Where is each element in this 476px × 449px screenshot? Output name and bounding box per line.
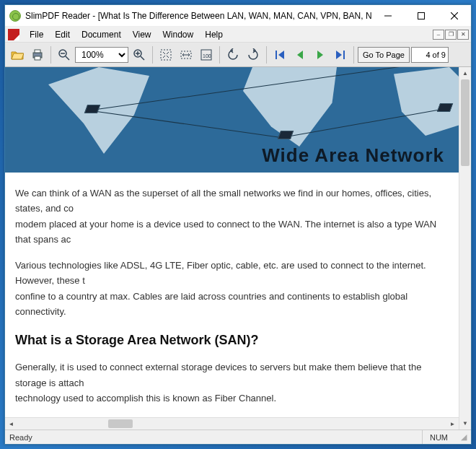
fit-width-button[interactable] [177, 45, 195, 64]
vertical-scrollbar[interactable]: ▲ ▼ [459, 67, 471, 430]
paragraph: We can think of a WAN as the superset of… [15, 186, 449, 248]
svg-line-11 [141, 56, 144, 60]
scroll-left-icon[interactable]: ◄ [5, 418, 17, 430]
next-page-button[interactable] [311, 45, 330, 64]
wan-illustration: Wide Area Network [5, 67, 459, 173]
svg-line-8 [66, 56, 69, 60]
svg-rect-5 [35, 50, 40, 53]
horizontal-scrollbar[interactable]: ◄ ► [5, 417, 459, 430]
zoom-in-button[interactable] [130, 45, 149, 64]
app-icon [9, 10, 21, 22]
svg-rect-14 [161, 50, 171, 60]
menu-file[interactable]: File [24, 27, 49, 43]
document-page[interactable]: Wide Area Network We can think of a WAN … [5, 67, 459, 417]
minimize-button[interactable] [371, 5, 405, 26]
prev-page-button[interactable] [291, 45, 309, 64]
menu-document[interactable]: Document [76, 27, 127, 43]
illustration-title: Wide Area Network [262, 144, 444, 167]
paragraph: Various technologies like ADSL, 4G LTE, … [15, 258, 449, 320]
menu-window[interactable]: Window [157, 27, 200, 43]
document-type-icon [8, 29, 19, 40]
titlebar: SlimPDF Reader - [What Is The Difference… [5, 5, 471, 27]
mdi-minimize-button[interactable]: – [433, 30, 444, 40]
rotate-cw-button[interactable] [244, 45, 263, 64]
svg-rect-19 [343, 51, 345, 59]
fit-page-button[interactable] [157, 45, 175, 64]
scroll-down-icon[interactable]: ▼ [459, 417, 471, 430]
app-window: SlimPDF Reader - [What Is The Difference… [4, 4, 472, 445]
mdi-restore-button[interactable]: ❐ [445, 30, 457, 40]
menu-view[interactable]: View [127, 27, 157, 43]
resize-grip-icon[interactable]: ◢ [455, 432, 467, 442]
numlock-indicator: NUM [422, 430, 455, 444]
toolbar: 100% 100 [5, 43, 471, 67]
statusbar: Ready NUM ◢ [5, 430, 471, 444]
vscroll-thumb[interactable] [461, 79, 470, 166]
zoom-out-button[interactable] [55, 45, 74, 64]
document-viewport: Wide Area Network We can think of a WAN … [5, 67, 459, 430]
goto-page-button[interactable]: Go To Page [358, 47, 410, 63]
client-area: Wide Area Network We can think of a WAN … [5, 67, 471, 430]
heading-san: What is a Storage Area Network (SAN)? [15, 330, 449, 352]
status-text: Ready [9, 433, 32, 442]
zoom-select[interactable]: 100% [75, 47, 128, 63]
open-button[interactable] [8, 45, 27, 64]
svg-text:100: 100 [203, 53, 211, 58]
window-title: SlimPDF Reader - [What Is The Difference… [25, 11, 371, 21]
close-button[interactable] [438, 5, 471, 26]
menu-help[interactable]: Help [199, 27, 229, 43]
svg-rect-1 [418, 12, 425, 19]
print-button[interactable] [28, 45, 47, 64]
svg-rect-18 [276, 51, 277, 59]
maximize-button[interactable] [405, 5, 438, 26]
read-more-line: Read More: What's WWW And The Internet? … [15, 417, 449, 417]
scroll-up-icon[interactable]: ▲ [459, 67, 471, 79]
svg-rect-6 [35, 56, 40, 60]
mdi-close-button[interactable]: ✕ [457, 30, 469, 40]
rotate-ccw-button[interactable] [224, 45, 242, 64]
menu-edit[interactable]: Edit [49, 27, 76, 43]
page-number-field[interactable] [411, 47, 449, 63]
first-page-button[interactable] [270, 45, 289, 64]
actual-size-button[interactable]: 100 [197, 45, 216, 64]
window-controls [371, 5, 471, 26]
mdi-controls: – ❐ ✕ [433, 30, 471, 40]
paragraph: Generally, it is used to connect externa… [15, 359, 449, 406]
last-page-button[interactable] [331, 45, 350, 64]
hscroll-thumb[interactable] [108, 419, 133, 428]
menubar: File Edit Document View Window Help – ❐ … [5, 27, 471, 43]
scroll-right-icon[interactable]: ► [446, 418, 459, 430]
